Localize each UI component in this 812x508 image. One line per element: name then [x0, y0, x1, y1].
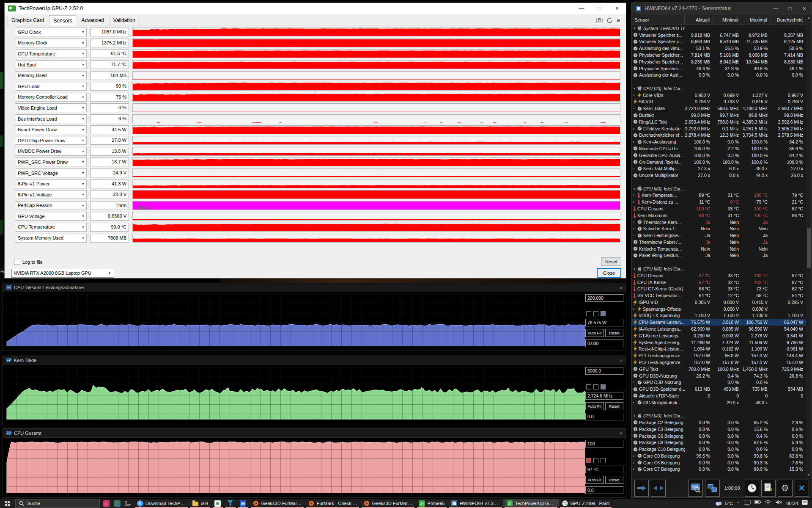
hwinfo-sensor-row[interactable]: CPU Gesamt97 °C33 °C102 °C87 °C [632, 272, 806, 279]
hwinfo-sensor-row[interactable]: CPU-Gesamt-Leistun...76.575 W2.810 W108.… [632, 319, 806, 326]
hwinfo-sensor-row[interactable]: iGPU VID0.305 V0.000 V0.415 V0.295 V [632, 299, 806, 306]
hwinfo-sensor-row[interactable]: ›Thermische Kern...JaNeinJa [632, 219, 806, 226]
collapse-all-button[interactable] [651, 480, 665, 497]
hwinfo-sensor-row[interactable]: PL2 Leistungsgrenze157.0 W157.0 W157.0 W… [632, 359, 806, 366]
volume-muted-icon[interactable] [776, 500, 782, 507]
hwinfo-sensor-row[interactable]: Gesamte CPU-Ausla...100.0 %0.3 %100.0 %8… [632, 152, 806, 159]
hwinfo-sensor-row[interactable]: Paket-/Ring-Leistun...JaNeinJa [632, 252, 806, 259]
reset-button[interactable]: Reset [605, 476, 624, 484]
hwinfo-sensor-row[interactable]: ›Spannungs-Offsets0.000 V0.000 V [632, 306, 806, 312]
series-checkbox[interactable] [586, 384, 591, 389]
camera-icon[interactable] [596, 18, 603, 23]
sensor-name-dropdown[interactable]: Bus Interface Load▼ [15, 114, 87, 123]
tab-graphics-card[interactable]: Graphics Card [7, 16, 48, 25]
hwinfo-sensor-row[interactable]: ›Kern-Auslastung100.0 %0.0 %100.0 %84.2 … [632, 138, 806, 145]
start-button[interactable] [0, 499, 14, 508]
sensor-name-dropdown[interactable]: PWR_SRC Voltage▼ [15, 168, 87, 177]
sensor-name-dropdown[interactable]: Hot Spot▼ [15, 60, 87, 69]
hwinfo-sensor-row[interactable]: VDDQ TX Spannung1.100 V1.100 V1.100 V1.1… [632, 312, 806, 319]
hwinfo-sensor-row[interactable]: ›Core C6 Belegung0.0 %0.0 %99.3 %7.6 % [632, 459, 806, 466]
taskbar-item-funnel[interactable] [224, 499, 237, 508]
hwinfo-sensor-row[interactable]: Kritische Temperatu...NeinNeinNein [632, 246, 806, 252]
hwinfo-sensor-row[interactable]: Physische Speicher-...48.6 %31.8 %49.8 %… [632, 65, 806, 72]
hwinfo-sensor-row[interactable]: CPU-IA-Kerne97 °C32 °C102 °C87 °C [632, 279, 806, 286]
system-summary-button[interactable] [689, 480, 703, 497]
taskbar-item-x64[interactable]: x64 [189, 499, 211, 508]
hwinfo-sensor-row[interactable]: ›Kern-Temperatu...89 °C21 °C100 °C79 °C [632, 192, 806, 199]
taskbar-item-furmark-check-for[interactable]: FurMark - Check for... [305, 499, 360, 508]
taskbar-item-be[interactable]: BE [237, 499, 250, 508]
minimize-icon[interactable]: — [768, 2, 783, 15]
sensor-name-dropdown[interactable]: MVDDC Power Draw▼ [15, 147, 87, 156]
series-checkbox[interactable] [601, 458, 606, 463]
hwinfo-sensor-row[interactable]: GPU D3D-Speicher d...613 MB453 MB735 MB5… [632, 386, 806, 392]
hwinfo-sensor-row[interactable]: PL1 Leistungsgrenze157.0 W55.0 W157.0 W1… [632, 352, 806, 359]
expand-icon[interactable]: › [633, 307, 636, 311]
series-checkbox[interactable] [593, 311, 598, 316]
close-icon[interactable]: × [619, 430, 623, 436]
cast-icon[interactable] [744, 500, 751, 507]
clock-icon[interactable] [745, 480, 759, 497]
hwinfo-sensor-row[interactable]: VR VCC Temperatur...64 °C12 °C68 °C54 °C [632, 292, 806, 299]
taskbar-item-download-techpow[interactable]: eDownload TechPow... [134, 499, 189, 508]
taskbar-item-geeks3d-furmark-v[interactable]: Geeks3D FurMark v... [360, 499, 416, 508]
series-checkbox[interactable] [593, 458, 598, 463]
minimize-icon[interactable]: — [573, 3, 590, 14]
sensor-name-dropdown[interactable]: PWR_SRC Power Draw▼ [15, 157, 87, 166]
hwinfo-sensor-row[interactable]: ›Kern-Takte2,724.6 MHz598.5 MHz4,788.3 M… [632, 105, 806, 112]
notification-icon[interactable] [802, 500, 809, 507]
expand-icon[interactable]: › [633, 166, 636, 171]
tab-advanced[interactable]: Advanced [77, 16, 108, 25]
close-button[interactable]: Close [597, 268, 621, 278]
hwinfo-sensor-row[interactable]: Package C6 Belegung0.0 %0.0 %0.4 %0.0 % [632, 433, 806, 439]
sensor-name-dropdown[interactable]: GPU Clock▼ [15, 28, 87, 36]
close-icon[interactable]: ✕ [797, 2, 812, 15]
expand-all-button[interactable] [634, 480, 649, 497]
expand-icon[interactable]: › [633, 200, 636, 204]
sensor-name-dropdown[interactable]: System Memory Used▼ [15, 234, 87, 243]
refresh-icon[interactable] [607, 18, 612, 23]
hwinfo-sensor-row[interactable]: Rest-of-Chip-Leistun...1.094 W0.132 W1.1… [632, 346, 806, 353]
taskbar-item-geeks3d-furmark-1[interactable]: Geeks3D FurMark 1... [250, 499, 305, 508]
sensor-name-dropdown[interactable]: GPU Voltage▼ [15, 212, 87, 221]
expand-icon[interactable]: › [633, 233, 636, 237]
hwinfo-sensor-row[interactable]: Aktuelle cTDP-Stufe0000 [632, 392, 806, 399]
taskbar-item-techpowerup-gpu[interactable]: ZTechPowerUp GPU-... [503, 499, 559, 508]
gpuz-titlebar[interactable]: TechPowerUp GPU-Z 2.52.0 — □ ✕ [5, 3, 626, 14]
close-icon[interactable]: × [619, 357, 623, 364]
sensor-name-dropdown[interactable]: Board Power Draw▼ [15, 125, 87, 134]
taskbar-search[interactable]: Suche [15, 499, 100, 508]
collapse-icon[interactable]: ∨ [633, 267, 636, 271]
hwinfo-titlebar[interactable]: HWiNFO64 v7.24-4770 - Sensorstatus — □ ✕ [632, 2, 812, 15]
taskbar-item-prime95[interactable]: 24Prime95 [416, 499, 448, 508]
hwinfo-sensor-row[interactable]: IA-Kerne Leistungsa...62.900 W0.895 W96.… [632, 326, 806, 332]
expand-icon[interactable]: › [633, 400, 636, 405]
collapse-icon[interactable]: ∨ [633, 414, 636, 417]
people-icon[interactable]: ☺ [101, 499, 112, 508]
hwinfo-sensor-row[interactable]: ›Kern-Takt-Multip...27.3 x6.0 x48.0 x27.… [632, 165, 806, 172]
sensor-name-dropdown[interactable]: Memory Clock▼ [15, 39, 87, 47]
collapse-icon[interactable]: ∨ [633, 187, 636, 190]
series-checkbox[interactable] [601, 311, 606, 316]
hwinfo-sensor-row[interactable]: Kern-Maximum96 °C31 °C100 °C86 °C [632, 212, 806, 219]
scrollbar-thumb[interactable] [807, 228, 811, 268]
auto-fit-button[interactable]: Auto Fit [585, 329, 604, 337]
collapse-icon[interactable]: ∨ [633, 87, 636, 90]
hwinfo-column-header[interactable]: SensorAktuellMinimalMaximalDurchschnitt [632, 15, 806, 25]
sensor-name-dropdown[interactable]: Memory Used▼ [15, 71, 87, 80]
taskbar-item-gpu-z-intel-paint[interactable]: GPU-Z Intel - Paint [559, 499, 613, 508]
hwinfo-sensor-row[interactable]: Physischer Speicher...7,814 MB5,106 MB8,… [632, 52, 806, 58]
task-view-icon[interactable] [123, 499, 134, 508]
tray-chevron-icon[interactable]: ⌃ [737, 501, 740, 506]
series-checkbox[interactable] [601, 384, 606, 389]
sensor-name-dropdown[interactable]: 8-Pin #1 Power▼ [15, 179, 87, 188]
expand-icon[interactable]: › [633, 106, 636, 110]
log-to-file-checkbox[interactable] [14, 259, 20, 265]
scroll-down-icon[interactable]: ▼ [806, 473, 812, 477]
battery-icon[interactable] [754, 500, 761, 507]
series-checkbox[interactable] [586, 311, 591, 316]
hwinfo-sensor-row[interactable]: ›GPU D3D-Nutzung0.0 %0.0 % [632, 379, 806, 386]
scroll-up-icon[interactable]: ▲ [806, 16, 812, 19]
hwinfo-sensor-row[interactable]: Auslastung des virtu...53.1 %36.5 %53.9 … [632, 45, 806, 52]
expand-icon[interactable]: › [633, 93, 636, 97]
